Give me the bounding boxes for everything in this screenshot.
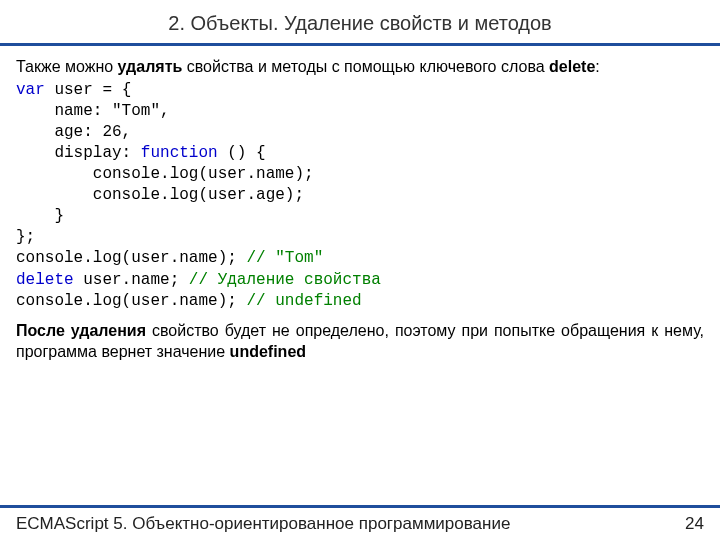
outro-paragraph: После удаления свойство будет не определ… xyxy=(16,320,704,363)
code-l7: } xyxy=(16,207,64,225)
code-block: var user = { name: "Tom", age: 26, displ… xyxy=(16,80,704,312)
outro-bold-1: После удаления xyxy=(16,322,146,339)
code-l5: console.log(user.name); xyxy=(16,165,314,183)
page-number: 24 xyxy=(685,514,704,534)
slide-title: 2. Объекты. Удаление свойств и методов xyxy=(0,0,720,43)
code-l6: console.log(user.age); xyxy=(16,186,304,204)
intro-text-2: свойства и методы с помощью ключевого сл… xyxy=(182,58,549,75)
code-l10b: user.name; xyxy=(74,271,189,289)
code-kw-function: function xyxy=(141,144,218,162)
slide: 2. Объекты. Удаление свойств и методов Т… xyxy=(0,0,720,540)
content-area: Также можно удалять свойства и методы с … xyxy=(0,46,720,505)
code-l4c: () { xyxy=(218,144,266,162)
code-l4a: display: xyxy=(16,144,141,162)
code-com-1: // "Tom" xyxy=(246,249,323,267)
code-l3: age: 26, xyxy=(16,123,131,141)
code-l11a: console.log(user.name); xyxy=(16,292,246,310)
intro-bold-2: delete xyxy=(549,58,595,75)
outro-bold-2: undefined xyxy=(230,343,306,360)
code-l8: }; xyxy=(16,228,35,246)
intro-bold-1: удалять xyxy=(118,58,183,75)
footer-wrap: ECMAScript 5. Объектно-ориентированное п… xyxy=(0,505,720,540)
code-kw-delete: delete xyxy=(16,271,74,289)
code-com-2: // Удаление свойства xyxy=(189,271,381,289)
code-com-3: // undefined xyxy=(246,292,361,310)
code-l1b: user = { xyxy=(45,81,131,99)
code-l9a: console.log(user.name); xyxy=(16,249,246,267)
intro-text-1: Также можно xyxy=(16,58,118,75)
intro-text-3: : xyxy=(595,58,599,75)
footer-text: ECMAScript 5. Объектно-ориентированное п… xyxy=(16,514,510,534)
intro-paragraph: Также можно удалять свойства и методы с … xyxy=(16,56,704,78)
code-kw-var: var xyxy=(16,81,45,99)
footer: ECMAScript 5. Объектно-ориентированное п… xyxy=(0,508,720,534)
code-l2: name: "Tom", xyxy=(16,102,170,120)
